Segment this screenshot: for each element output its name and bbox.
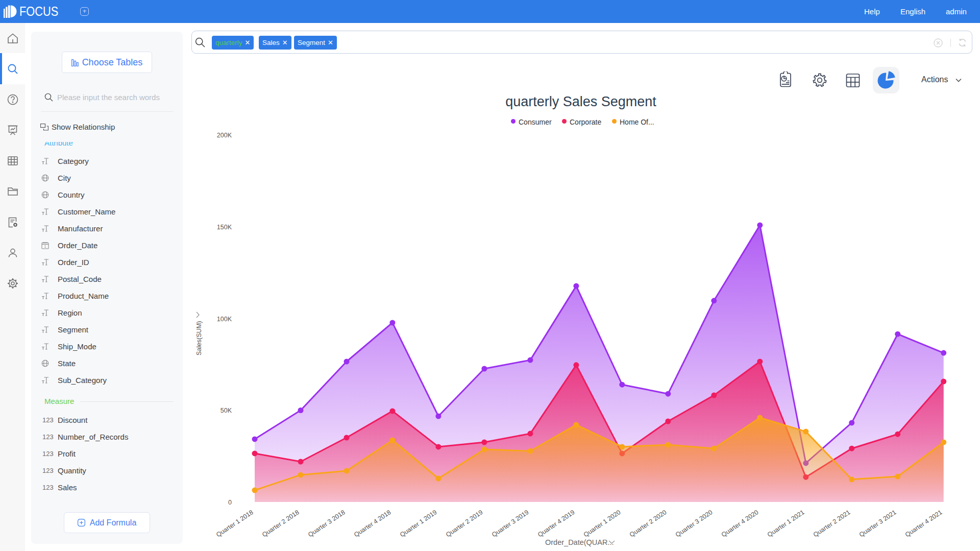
svg-text:Quarter 1 2018: Quarter 1 2018 — [215, 509, 255, 539]
svg-text:Quarter 3 2021: Quarter 3 2021 — [858, 509, 898, 539]
svg-text:150K: 150K — [217, 224, 232, 231]
svg-text:Quarter 1 2020: Quarter 1 2020 — [582, 509, 622, 539]
svg-text:Quarter 1 2019: Quarter 1 2019 — [399, 509, 438, 539]
svg-text:Quarter 4 2018: Quarter 4 2018 — [353, 509, 393, 539]
svg-text:Quarter 4 2019: Quarter 4 2019 — [536, 509, 576, 539]
svg-text:Quarter 2 2020: Quarter 2 2020 — [628, 509, 668, 539]
svg-text:Order_Date(QUAR...: Order_Date(QUAR... — [545, 538, 614, 546]
svg-text:Quarter 3 2020: Quarter 3 2020 — [674, 509, 714, 539]
svg-text:Quarter 4 2020: Quarter 4 2020 — [720, 509, 760, 539]
svg-text:Quarter 3 2018: Quarter 3 2018 — [307, 509, 347, 539]
svg-text:Quarter 2 2019: Quarter 2 2019 — [445, 509, 484, 539]
svg-text:200K: 200K — [217, 132, 232, 139]
svg-text:Quarter 2 2018: Quarter 2 2018 — [261, 509, 301, 539]
svg-text:Quarter 3 2019: Quarter 3 2019 — [491, 509, 530, 539]
svg-text:100K: 100K — [217, 316, 232, 323]
svg-text:Sales(SUM): Sales(SUM) — [195, 321, 203, 355]
svg-text:Quarter 1 2021: Quarter 1 2021 — [766, 509, 806, 539]
svg-text:Quarter 4 2021: Quarter 4 2021 — [904, 509, 944, 539]
svg-text:50K: 50K — [220, 407, 232, 414]
svg-text:1: 1 — [44, 245, 46, 248]
svg-text:Quarter 2 2021: Quarter 2 2021 — [812, 509, 852, 539]
svg-text:0: 0 — [228, 499, 232, 506]
